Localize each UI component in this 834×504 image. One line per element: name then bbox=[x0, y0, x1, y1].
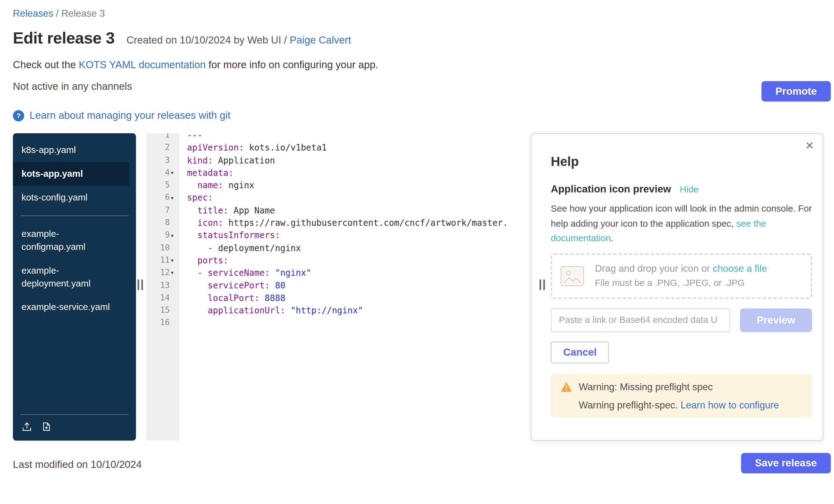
line-number: 7 bbox=[165, 204, 170, 217]
line-number: 1 bbox=[165, 133, 170, 141]
learn-configure-link[interactable]: Learn how to configure bbox=[680, 399, 779, 410]
file-item[interactable]: kots-config.yaml bbox=[13, 186, 136, 209]
icon-dropzone[interactable]: Drag and drop your icon or choose a file… bbox=[551, 254, 812, 299]
fold-toggle-icon[interactable]: ▾ bbox=[171, 170, 177, 176]
file-item[interactable]: kots-app.yaml bbox=[13, 162, 129, 186]
title-row: Edit release 3 Created on 10/10/2024 by … bbox=[13, 29, 821, 47]
code-text[interactable]: apiVersion: kots.io/v1beta1 bbox=[179, 141, 327, 154]
code-text[interactable]: statusInformers: bbox=[179, 229, 280, 242]
code-text[interactable] bbox=[179, 317, 187, 329]
code-text[interactable]: servicePort: 80 bbox=[179, 279, 285, 292]
dropzone-text: Drag and drop your icon or choose a file bbox=[595, 263, 767, 275]
created-info: Created on 10/10/2024 by Web UI / Paige … bbox=[127, 34, 351, 46]
icon-preview-section-header: Application icon preview Hide bbox=[551, 183, 812, 195]
file-item[interactable]: example-service.yaml bbox=[13, 295, 136, 319]
line-number: 9 bbox=[165, 229, 170, 242]
new-file-icon[interactable] bbox=[41, 421, 51, 432]
fold-toggle-icon[interactable]: ▾ bbox=[171, 195, 177, 201]
sidebar-bottom bbox=[13, 414, 136, 440]
channel-status: Not active in any channels bbox=[13, 81, 821, 92]
line-number: 10 bbox=[160, 242, 170, 254]
sidebar-editor-resize-handle[interactable] bbox=[137, 280, 143, 290]
warning-triangle-icon bbox=[561, 381, 572, 392]
save-release-button[interactable]: Save release bbox=[741, 453, 831, 474]
code-text[interactable]: ports: bbox=[179, 254, 228, 267]
code-text[interactable]: icon: https://raw.githubusercontent.com/… bbox=[179, 217, 508, 229]
release-editor-area: k8s-app.yamlkots-app.yamlkots-config.yam… bbox=[0, 133, 834, 441]
image-placeholder-icon bbox=[561, 266, 584, 286]
preflight-warning-box: Warning: Missing preflight spec Warning … bbox=[551, 374, 812, 417]
close-icon[interactable]: ✕ bbox=[805, 140, 814, 151]
code-text[interactable]: title: App Name bbox=[179, 204, 275, 217]
file-item[interactable]: k8s-app.yaml bbox=[13, 138, 136, 162]
last-modified-text: Last modified on 10/10/2024 bbox=[13, 447, 821, 471]
doc-info-prefix: Check out the bbox=[13, 59, 79, 71]
icon-preview-description: See how your application icon will look … bbox=[551, 201, 812, 246]
line-number: 13 bbox=[160, 279, 170, 292]
hide-link[interactable]: Hide bbox=[680, 184, 699, 195]
file-item[interactable]: example-configmap.yaml bbox=[13, 223, 136, 259]
line-number: 3 bbox=[165, 154, 170, 167]
line-number: 8 bbox=[165, 217, 170, 229]
help-panel-title: Help bbox=[551, 154, 812, 169]
choose-file-link[interactable]: choose a file bbox=[713, 263, 767, 274]
code-text[interactable]: spec: bbox=[179, 192, 213, 204]
doc-info-line: Check out the KOTS YAML documentation fo… bbox=[13, 59, 821, 71]
code-text[interactable]: metadata: bbox=[179, 167, 234, 179]
breadcrumb-separator: / bbox=[56, 8, 59, 19]
question-circle-icon[interactable]: ? bbox=[13, 110, 24, 121]
line-number: 15 bbox=[160, 304, 170, 317]
description-text: See how your application icon will look … bbox=[551, 203, 812, 228]
fold-toggle-icon[interactable]: ▾ bbox=[171, 270, 177, 276]
line-number: 4 bbox=[165, 167, 170, 179]
preview-button[interactable]: Preview bbox=[740, 308, 812, 332]
dropzone-hint: File must be a .PNG, .JPEG, or .JPG bbox=[595, 278, 767, 289]
fold-toggle-icon[interactable]: ▾ bbox=[171, 258, 177, 263]
line-number: 11 bbox=[160, 254, 170, 267]
code-text[interactable]: kind: Application bbox=[179, 154, 275, 167]
editor-panel-resize-handle[interactable] bbox=[540, 280, 545, 290]
file-item[interactable]: example-deployment.yaml bbox=[13, 259, 136, 295]
doc-info-suffix: for more info on configuring your app. bbox=[206, 59, 378, 71]
breadcrumb: Releases / Release 3 bbox=[13, 8, 821, 19]
line-number: 6 bbox=[165, 192, 170, 204]
page: Releases / Release 3 Edit release 3 Crea… bbox=[0, 8, 834, 504]
code-text[interactable]: - serviceName: "nginx" bbox=[179, 267, 311, 280]
dropzone-text-block: Drag and drop your icon or choose a file… bbox=[595, 263, 767, 289]
file-list: k8s-app.yamlkots-app.yamlkots-config.yam… bbox=[13, 133, 136, 414]
fold-toggle-icon[interactable]: ▾ bbox=[171, 232, 177, 238]
kots-yaml-doc-link[interactable]: KOTS YAML documentation bbox=[79, 59, 206, 71]
line-number: 14 bbox=[160, 292, 170, 304]
breadcrumb-releases-link[interactable]: Releases bbox=[13, 8, 53, 19]
code-text[interactable]: localPort: 8888 bbox=[179, 292, 285, 304]
page-footer: Last modified on 10/10/2024 Save release bbox=[0, 447, 834, 479]
page-title: Edit release 3 bbox=[13, 29, 115, 47]
code-text[interactable]: --- bbox=[179, 133, 203, 141]
warning-title: Warning: Missing preflight spec bbox=[578, 381, 713, 393]
git-releases-help-link[interactable]: Learn about managing your releases with … bbox=[29, 109, 231, 121]
warning-detail: Warning preflight-spec. Learn how to con… bbox=[578, 399, 802, 411]
icon-url-input[interactable] bbox=[551, 308, 730, 332]
icon-url-row: Preview bbox=[551, 308, 812, 332]
promote-button[interactable]: Promote bbox=[762, 81, 831, 102]
code-text[interactable]: - deployment/nginx bbox=[179, 242, 301, 254]
file-list-divider bbox=[20, 216, 128, 216]
code-text[interactable]: name: nginx bbox=[179, 179, 255, 192]
line-number: 12 bbox=[160, 267, 170, 280]
file-list-bottom: example-configmap.yamlexample-deployment… bbox=[13, 223, 136, 319]
author-link[interactable]: Paige Calvert bbox=[290, 34, 351, 46]
help-panel: ✕ Help Application icon preview Hide See… bbox=[531, 133, 823, 441]
line-number: 5 bbox=[165, 179, 170, 192]
line-number: 16 bbox=[160, 317, 170, 329]
file-list-top: k8s-app.yamlkots-app.yamlkots-config.yam… bbox=[13, 138, 136, 209]
created-text: Created on 10/10/2024 by Web UI / bbox=[127, 34, 287, 46]
page-header: Releases / Release 3 Edit release 3 Crea… bbox=[0, 8, 834, 122]
line-number: 2 bbox=[165, 141, 170, 154]
git-help-row: ? Learn about managing your releases wit… bbox=[13, 109, 821, 121]
file-sidebar: k8s-app.yamlkots-app.yamlkots-config.yam… bbox=[13, 133, 136, 441]
code-text[interactable]: applicationUrl: "http://nginx" bbox=[179, 304, 363, 317]
breadcrumb-current: Release 3 bbox=[61, 8, 105, 19]
cancel-button[interactable]: Cancel bbox=[551, 342, 609, 363]
import-file-icon[interactable] bbox=[22, 421, 32, 432]
icon-preview-title: Application icon preview bbox=[551, 183, 671, 195]
